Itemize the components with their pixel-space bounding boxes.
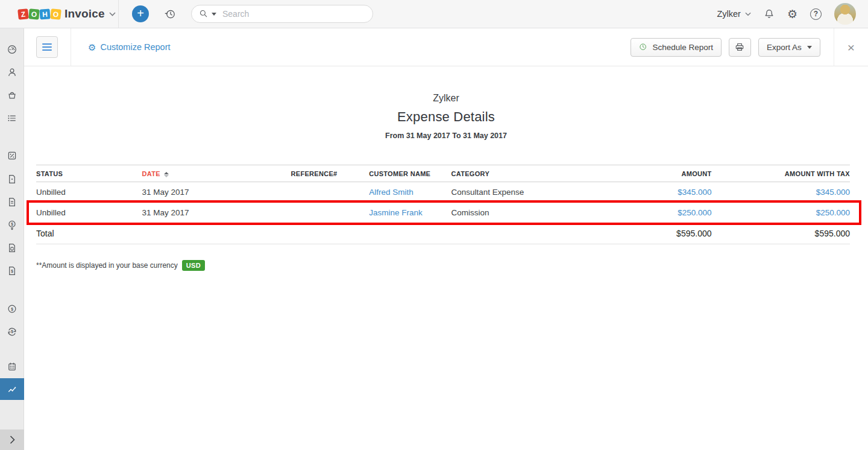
status-cell: Unbilled: [36, 203, 142, 223]
basket-icon: [7, 90, 17, 101]
top-bar: Z O H O Invoice + Zylker ⚙ ?: [0, 0, 868, 28]
amount-link[interactable]: $345.000: [678, 188, 711, 197]
search-bar[interactable]: [191, 5, 373, 23]
gear-icon[interactable]: ⚙: [787, 8, 797, 20]
help-icon[interactable]: ?: [810, 8, 822, 20]
column-header-date[interactable]: DATE: [142, 165, 256, 182]
customize-report-button[interactable]: ⚙ Customize Report: [88, 42, 171, 52]
svg-text:$: $: [11, 307, 13, 312]
sidebar-item-contacts[interactable]: [0, 62, 24, 83]
total-amount: $595.000: [582, 223, 712, 244]
column-header-amount-with-tax[interactable]: AMOUNT WITH TAX: [712, 165, 851, 182]
svg-text:$: $: [11, 222, 13, 227]
date-cell: 31 May 2017: [142, 182, 256, 203]
currency-badge: USD: [182, 260, 205, 271]
clock-icon: [639, 43, 648, 52]
sidebar-item-recurring-invoices[interactable]: [0, 237, 24, 259]
toolbar-divider: [71, 28, 71, 66]
sidebar-item-dashboard[interactable]: [0, 39, 24, 60]
report-heading: Zylker Expense Details From 31 May 2017 …: [24, 66, 868, 140]
sidebar-item-items[interactable]: [0, 84, 24, 106]
sort-asc-icon: [164, 172, 169, 177]
gauge-icon: [7, 44, 17, 55]
search-input[interactable]: [222, 9, 343, 19]
brand-logo[interactable]: Z O H O Invoice: [0, 0, 119, 28]
coin-arrow-icon: $: [7, 220, 17, 230]
gear-icon: ⚙: [88, 43, 96, 52]
document-dot-icon: [7, 174, 17, 185]
document-lines-icon: [7, 197, 17, 208]
calendar-icon: [7, 361, 17, 372]
logo-letter: Z: [17, 8, 29, 20]
document-refresh-icon: [7, 242, 17, 253]
bell-icon[interactable]: [764, 8, 775, 19]
printer-icon: [734, 42, 745, 52]
amount-link[interactable]: $250.000: [678, 208, 711, 217]
footnote-text: **Amount is displayed in your base curre…: [36, 261, 178, 270]
logo-letter: O: [50, 8, 61, 20]
sidebar-item-documents[interactable]: [0, 191, 24, 213]
history-icon[interactable]: [165, 8, 175, 19]
sidebar-item-lists[interactable]: [0, 107, 24, 129]
dollar-circle-icon: $: [7, 303, 17, 314]
schedule-report-label: Schedule Report: [652, 43, 713, 52]
create-new-button[interactable]: +: [132, 5, 149, 22]
total-amount-with-tax: $595.000: [712, 223, 851, 244]
report-toolbar: ⚙ Customize Report Schedule Report Expor…: [24, 28, 868, 66]
amount-with-tax-link[interactable]: $250.000: [816, 208, 850, 217]
avatar[interactable]: [834, 3, 856, 25]
toolbar-divider: [834, 28, 834, 66]
reference-cell: [256, 203, 338, 223]
sidebar-item-estimates[interactable]: [0, 145, 24, 166]
column-header-reference[interactable]: REFERENCE#: [256, 165, 338, 182]
table-header-row: STATUS DATE REFERENCE# CUSTOMER NAME CAT…: [36, 165, 850, 182]
line-chart-icon: [7, 384, 17, 395]
sidebar-item-recurring-expenses[interactable]: $: [0, 321, 24, 343]
customize-report-label: Customize Report: [100, 42, 170, 52]
close-icon[interactable]: ×: [848, 41, 855, 54]
table-row: Unbilled 31 May 2017 Alfred Smith Consul…: [36, 182, 850, 203]
schedule-report-button[interactable]: Schedule Report: [631, 38, 722, 57]
list-icon: [7, 113, 17, 124]
org-switcher[interactable]: Zylker: [717, 9, 750, 19]
category-cell: Comission: [451, 203, 582, 223]
reference-cell: [256, 182, 338, 203]
category-cell: Consultant Expense: [451, 182, 582, 203]
customer-link[interactable]: Jasmine Frank: [369, 208, 423, 217]
report-date-range: From 31 May 2017 To 31 May 2017: [24, 132, 868, 140]
left-sidebar: $ $ $ $: [0, 28, 24, 450]
print-button[interactable]: [729, 38, 751, 57]
export-as-label: Export As: [767, 43, 802, 52]
report-org-name: Zylker: [24, 93, 868, 104]
column-header-status[interactable]: STATUS: [36, 165, 142, 182]
sidebar-item-timesheet[interactable]: [0, 356, 24, 378]
chevron-down-icon: [745, 12, 751, 16]
sidebar-item-payments-received[interactable]: $: [0, 214, 24, 236]
search-scope-caret-icon[interactable]: [212, 13, 216, 16]
highlighted-row: Unbilled 31 May 2017 Jasmine Frank Comis…: [36, 203, 850, 223]
export-as-button[interactable]: Export As: [758, 38, 820, 57]
amount-with-tax-link[interactable]: $345.000: [816, 188, 850, 197]
sidebar-expand-button[interactable]: [0, 429, 24, 450]
product-name: Invoice: [64, 7, 105, 21]
hamburger-icon[interactable]: [36, 36, 58, 58]
customer-link[interactable]: Alfred Smith: [369, 188, 414, 197]
total-label: Total: [36, 223, 142, 244]
column-header-category[interactable]: CATEGORY: [451, 165, 582, 182]
expense-table: STATUS DATE REFERENCE# CUSTOMER NAME CAT…: [36, 165, 850, 244]
column-header-customer-name[interactable]: CUSTOMER NAME: [338, 165, 451, 182]
person-icon: [7, 67, 17, 78]
report-title: Expense Details: [24, 109, 868, 125]
sidebar-item-reports[interactable]: [0, 378, 24, 400]
sidebar-item-credit-notes[interactable]: $: [0, 260, 24, 282]
topbar-right-cluster: Zylker ⚙ ?: [717, 3, 868, 25]
sidebar-item-invoices[interactable]: [0, 168, 24, 190]
date-cell: 31 May 2017: [142, 203, 256, 223]
dollar-refresh-icon: $: [7, 326, 17, 337]
sidebar-item-expenses[interactable]: $: [0, 298, 24, 320]
svg-text:$: $: [11, 269, 13, 274]
column-header-amount[interactable]: AMOUNT: [582, 165, 712, 182]
currency-footnote: **Amount is displayed in your base curre…: [36, 260, 868, 271]
document-dollar-icon: $: [7, 265, 17, 276]
svg-text:$: $: [11, 329, 13, 334]
